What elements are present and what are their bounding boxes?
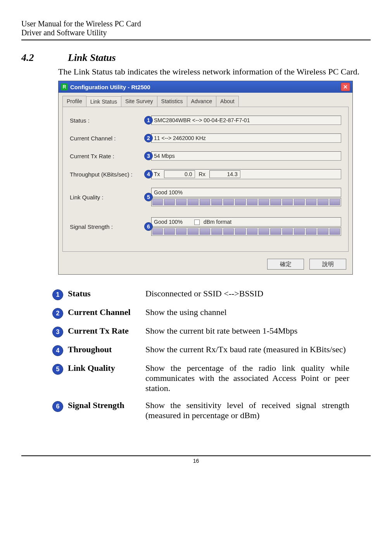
def-desc-throughput: Show the current Rx/Tx baud rate (measur…: [145, 344, 349, 355]
linkq-value-text: Good 100%: [154, 189, 183, 196]
def-term-status: Status: [68, 289, 145, 299]
ok-button[interactable]: 確定: [267, 259, 304, 270]
def-term-sigstr: Signal Strength: [68, 400, 145, 410]
callout-5: 5: [144, 193, 153, 201]
def-row-channel: 2 Current Channel Show the using channel: [52, 307, 349, 319]
panel: 1 Status : SMC2804WBR <--> 00-04-E2-87-F…: [62, 107, 349, 252]
close-icon[interactable]: ✕: [341, 83, 350, 91]
def-desc-txrate: Show the current bit rate between 1-54Mb…: [145, 326, 349, 336]
def-num-6: 6: [52, 401, 63, 412]
def-num-4: 4: [52, 345, 63, 356]
sigstr-value-row: Good 100% dBm format: [151, 217, 341, 227]
def-term-throughput: Throughout: [68, 344, 145, 355]
callout-1: 1: [144, 116, 153, 125]
screenshot-window: R Configuration Utility - Rt2500 ✕ Profi…: [58, 81, 353, 275]
def-desc-status: Disconnected or SSID <-->BSSID: [145, 289, 349, 299]
def-row-sigstr: 6 Signal Strength Show the sensitivity l…: [52, 400, 349, 420]
tab-statistics[interactable]: Statistics: [157, 96, 187, 107]
rx-label: Rx: [199, 171, 205, 177]
callout-4: 4: [144, 170, 153, 178]
titlebar: R Configuration Utility - Rt2500 ✕: [59, 81, 352, 93]
definitions-list: 1 Status Disconnected or SSID <-->BSSID …: [52, 289, 349, 420]
tab-site-survey[interactable]: Site Survey: [121, 96, 157, 107]
section-intro: The Link Status tab indicates the wirele…: [58, 67, 371, 77]
def-desc-linkq: Show the percentage of the radio link qu…: [145, 363, 349, 393]
def-term-txrate: Current Tx Rate: [68, 326, 145, 336]
def-term-channel: Current Channel: [68, 307, 145, 317]
status-value: SMC2804WBR <--> 00-04-E2-87-F7-01: [151, 116, 341, 125]
sigstr-progress-bar: [151, 227, 341, 236]
tab-profile[interactable]: Profile: [62, 96, 86, 107]
page-footer: 16: [21, 455, 371, 464]
def-row-txrate: 3 Current Tx Rate Show the current bit r…: [52, 326, 349, 337]
tab-about[interactable]: About: [216, 96, 239, 107]
callout-3: 3: [144, 152, 153, 160]
def-desc-sigstr: Show the sensitivity level of received s…: [145, 400, 349, 420]
callout-6: 6: [144, 222, 153, 231]
def-desc-channel: Show the using channel: [145, 307, 349, 317]
tx-label: Tx: [154, 171, 160, 177]
app-logo-icon: R: [61, 83, 68, 90]
linkq-value: Good 100%: [151, 188, 341, 197]
section-number: 4.2: [21, 52, 68, 64]
def-term-linkq: Link Quality: [68, 363, 145, 373]
txrate-value: 54 Mbps: [151, 151, 341, 161]
tab-bar: Profile Link Status Site Survey Statisti…: [59, 93, 352, 107]
def-row-throughput: 4 Throughout Show the current Rx/Tx baud…: [52, 344, 349, 356]
throughput-values: Tx 0.0 Rx 14.3: [151, 169, 341, 179]
header-line-2: Driver and Software Utility: [21, 28, 371, 40]
tab-advance[interactable]: Advance: [187, 96, 216, 107]
help-button[interactable]: 說明: [309, 259, 346, 270]
def-num-1: 1: [52, 289, 63, 300]
sigstr-label: Signal Strength :: [70, 223, 151, 230]
def-num-5: 5: [52, 364, 63, 375]
dbm-label: dBm format: [204, 219, 231, 225]
tab-link-status[interactable]: Link Status: [86, 96, 121, 107]
linkq-progress-bar: [151, 198, 341, 206]
tx-value: 0.0: [164, 170, 195, 178]
rx-value: 14.3: [209, 170, 240, 178]
throughput-label: Throughput (KBits/sec) :: [70, 171, 151, 178]
dbm-checkbox-wrap[interactable]: dBm format: [194, 219, 231, 225]
def-num-3: 3: [52, 327, 63, 337]
txrate-label: Current Tx Rate :: [70, 153, 151, 159]
header-line-1: User Manual for the Wireless PC Card: [21, 19, 371, 28]
callout-2: 2: [144, 134, 153, 142]
section-title: Link Status: [68, 52, 116, 64]
def-row-linkq: 5 Link Quality Show the percentage of th…: [52, 363, 349, 393]
window-title: Configuration Utility - Rt2500: [70, 84, 150, 90]
channel-label: Current Channel :: [70, 135, 151, 142]
status-label: Status :: [70, 117, 151, 124]
channel-value: 11 <--> 2462000 KHz: [151, 133, 341, 143]
dbm-checkbox[interactable]: [194, 220, 200, 225]
linkq-label: Link Quality :: [70, 194, 151, 201]
def-row-status: 1 Status Disconnected or SSID <-->BSSID: [52, 289, 349, 300]
sigstr-value-text: Good 100%: [154, 219, 183, 225]
button-row: 確定 說明: [59, 256, 352, 274]
def-num-2: 2: [52, 308, 63, 319]
